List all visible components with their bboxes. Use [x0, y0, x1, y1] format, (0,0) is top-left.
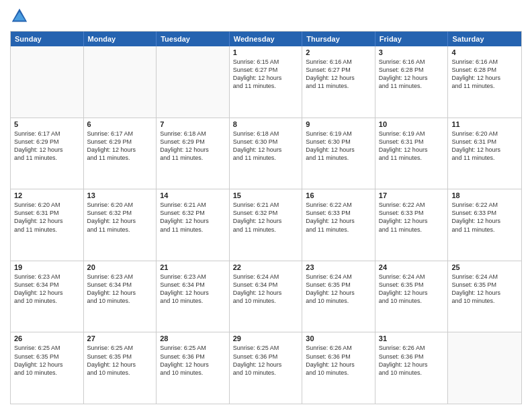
day-number: 22	[233, 263, 299, 271]
day-number: 20	[87, 263, 153, 271]
day-cell-29: 29Sunrise: 6:25 AM Sunset: 6:36 PM Dayli…	[230, 332, 303, 404]
day-cell-25: 25Sunrise: 6:24 AM Sunset: 6:35 PM Dayli…	[448, 261, 521, 332]
day-cell-21: 21Sunrise: 6:23 AM Sunset: 6:34 PM Dayli…	[157, 261, 230, 332]
day-number: 31	[379, 334, 445, 342]
week-row-5: 26Sunrise: 6:25 AM Sunset: 6:35 PM Dayli…	[11, 332, 521, 404]
day-number: 26	[14, 334, 80, 342]
week-row-1: 1Sunrise: 6:15 AM Sunset: 6:27 PM Daylig…	[11, 46, 521, 118]
week-row-4: 19Sunrise: 6:23 AM Sunset: 6:34 PM Dayli…	[11, 261, 521, 333]
cell-info: Sunrise: 6:20 AM Sunset: 6:31 PM Dayligh…	[14, 201, 80, 234]
cell-info: Sunrise: 6:26 AM Sunset: 6:36 PM Dayligh…	[306, 344, 371, 377]
cell-info: Sunrise: 6:24 AM Sunset: 6:35 PM Dayligh…	[379, 273, 445, 306]
day-cell-3: 3Sunrise: 6:16 AM Sunset: 6:28 PM Daylig…	[375, 46, 449, 118]
calendar: SundayMondayTuesdayWednesdayThursdayFrid…	[10, 31, 522, 404]
day-number: 18	[451, 191, 518, 199]
cell-info: Sunrise: 6:23 AM Sunset: 6:34 PM Dayligh…	[14, 273, 80, 306]
cell-info: Sunrise: 6:23 AM Sunset: 6:34 PM Dayligh…	[160, 273, 226, 306]
day-number: 7	[160, 120, 226, 128]
empty-cell	[157, 46, 230, 118]
cell-info: Sunrise: 6:17 AM Sunset: 6:29 PM Dayligh…	[87, 130, 153, 163]
day-number: 9	[306, 120, 371, 128]
cell-info: Sunrise: 6:20 AM Sunset: 6:31 PM Dayligh…	[451, 130, 518, 163]
day-number: 6	[87, 120, 153, 128]
day-number: 11	[451, 120, 518, 128]
day-cell-30: 30Sunrise: 6:26 AM Sunset: 6:36 PM Dayli…	[302, 332, 375, 404]
day-number: 27	[87, 334, 153, 342]
empty-cell	[11, 46, 84, 118]
cell-info: Sunrise: 6:25 AM Sunset: 6:35 PM Dayligh…	[14, 344, 80, 377]
day-number: 24	[379, 263, 445, 271]
header-day-wednesday: Wednesday	[230, 32, 303, 46]
cell-info: Sunrise: 6:24 AM Sunset: 6:35 PM Dayligh…	[451, 273, 518, 306]
day-cell-28: 28Sunrise: 6:25 AM Sunset: 6:36 PM Dayli…	[157, 332, 230, 404]
day-cell-31: 31Sunrise: 6:26 AM Sunset: 6:36 PM Dayli…	[375, 332, 449, 404]
day-cell-13: 13Sunrise: 6:20 AM Sunset: 6:32 PM Dayli…	[84, 189, 157, 261]
day-number: 17	[379, 191, 445, 199]
page: SundayMondayTuesdayWednesdayThursdayFrid…	[0, 0, 532, 411]
day-cell-1: 1Sunrise: 6:15 AM Sunset: 6:27 PM Daylig…	[230, 46, 303, 118]
day-number: 14	[160, 191, 226, 199]
day-number: 23	[306, 263, 371, 271]
day-number: 19	[14, 263, 80, 271]
cell-info: Sunrise: 6:22 AM Sunset: 6:33 PM Dayligh…	[306, 201, 371, 234]
day-number: 8	[233, 120, 299, 128]
day-cell-22: 22Sunrise: 6:24 AM Sunset: 6:34 PM Dayli…	[230, 261, 303, 332]
header-day-thursday: Thursday	[302, 32, 375, 46]
calendar-body: 1Sunrise: 6:15 AM Sunset: 6:27 PM Daylig…	[11, 46, 521, 404]
day-number: 30	[306, 334, 371, 342]
cell-info: Sunrise: 6:21 AM Sunset: 6:32 PM Dayligh…	[160, 201, 226, 234]
day-number: 28	[160, 334, 226, 342]
day-cell-5: 5Sunrise: 6:17 AM Sunset: 6:29 PM Daylig…	[11, 118, 84, 189]
cell-info: Sunrise: 6:25 AM Sunset: 6:36 PM Dayligh…	[160, 344, 226, 377]
day-number: 4	[451, 48, 518, 56]
day-cell-27: 27Sunrise: 6:25 AM Sunset: 6:35 PM Dayli…	[84, 332, 157, 404]
header-day-monday: Monday	[84, 32, 157, 46]
day-cell-6: 6Sunrise: 6:17 AM Sunset: 6:29 PM Daylig…	[84, 118, 157, 189]
day-number: 10	[379, 120, 445, 128]
cell-info: Sunrise: 6:15 AM Sunset: 6:27 PM Dayligh…	[233, 58, 299, 91]
cell-info: Sunrise: 6:22 AM Sunset: 6:33 PM Dayligh…	[451, 201, 518, 234]
week-row-3: 12Sunrise: 6:20 AM Sunset: 6:31 PM Dayli…	[11, 189, 521, 261]
day-cell-8: 8Sunrise: 6:18 AM Sunset: 6:30 PM Daylig…	[230, 118, 303, 189]
day-cell-15: 15Sunrise: 6:21 AM Sunset: 6:32 PM Dayli…	[230, 189, 303, 261]
day-number: 13	[87, 191, 153, 199]
cell-info: Sunrise: 6:25 AM Sunset: 6:36 PM Dayligh…	[233, 344, 299, 377]
day-cell-10: 10Sunrise: 6:19 AM Sunset: 6:31 PM Dayli…	[375, 118, 449, 189]
day-number: 5	[14, 120, 80, 128]
cell-info: Sunrise: 6:16 AM Sunset: 6:27 PM Dayligh…	[306, 58, 371, 91]
day-cell-24: 24Sunrise: 6:24 AM Sunset: 6:35 PM Dayli…	[375, 261, 449, 332]
day-cell-17: 17Sunrise: 6:22 AM Sunset: 6:33 PM Dayli…	[375, 189, 449, 261]
cell-info: Sunrise: 6:18 AM Sunset: 6:30 PM Dayligh…	[233, 130, 299, 163]
cell-info: Sunrise: 6:16 AM Sunset: 6:28 PM Dayligh…	[451, 58, 518, 91]
day-number: 12	[14, 191, 80, 199]
day-cell-16: 16Sunrise: 6:22 AM Sunset: 6:33 PM Dayli…	[302, 189, 375, 261]
day-cell-19: 19Sunrise: 6:23 AM Sunset: 6:34 PM Dayli…	[11, 261, 84, 332]
day-cell-9: 9Sunrise: 6:19 AM Sunset: 6:30 PM Daylig…	[302, 118, 375, 189]
cell-info: Sunrise: 6:22 AM Sunset: 6:33 PM Dayligh…	[379, 201, 445, 234]
day-number: 16	[306, 191, 371, 199]
day-cell-4: 4Sunrise: 6:16 AM Sunset: 6:28 PM Daylig…	[448, 46, 521, 118]
day-number: 2	[306, 48, 371, 56]
empty-cell	[84, 46, 157, 118]
cell-info: Sunrise: 6:18 AM Sunset: 6:29 PM Dayligh…	[160, 130, 226, 163]
cell-info: Sunrise: 6:23 AM Sunset: 6:34 PM Dayligh…	[87, 273, 153, 306]
day-cell-7: 7Sunrise: 6:18 AM Sunset: 6:29 PM Daylig…	[157, 118, 230, 189]
header-day-sunday: Sunday	[11, 32, 84, 46]
day-cell-14: 14Sunrise: 6:21 AM Sunset: 6:32 PM Dayli…	[157, 189, 230, 261]
header-day-saturday: Saturday	[448, 32, 521, 46]
day-number: 1	[233, 48, 299, 56]
day-cell-2: 2Sunrise: 6:16 AM Sunset: 6:27 PM Daylig…	[302, 46, 375, 118]
day-cell-20: 20Sunrise: 6:23 AM Sunset: 6:34 PM Dayli…	[84, 261, 157, 332]
logo-icon	[10, 7, 29, 26]
header	[10, 7, 522, 26]
day-number: 15	[233, 191, 299, 199]
day-number: 3	[379, 48, 445, 56]
cell-info: Sunrise: 6:19 AM Sunset: 6:31 PM Dayligh…	[379, 130, 445, 163]
cell-info: Sunrise: 6:17 AM Sunset: 6:29 PM Dayligh…	[14, 130, 80, 163]
cell-info: Sunrise: 6:16 AM Sunset: 6:28 PM Dayligh…	[379, 58, 445, 91]
day-cell-18: 18Sunrise: 6:22 AM Sunset: 6:33 PM Dayli…	[448, 189, 521, 261]
calendar-header: SundayMondayTuesdayWednesdayThursdayFrid…	[11, 32, 521, 46]
cell-info: Sunrise: 6:21 AM Sunset: 6:32 PM Dayligh…	[233, 201, 299, 234]
cell-info: Sunrise: 6:20 AM Sunset: 6:32 PM Dayligh…	[87, 201, 153, 234]
cell-info: Sunrise: 6:26 AM Sunset: 6:36 PM Dayligh…	[379, 344, 445, 377]
